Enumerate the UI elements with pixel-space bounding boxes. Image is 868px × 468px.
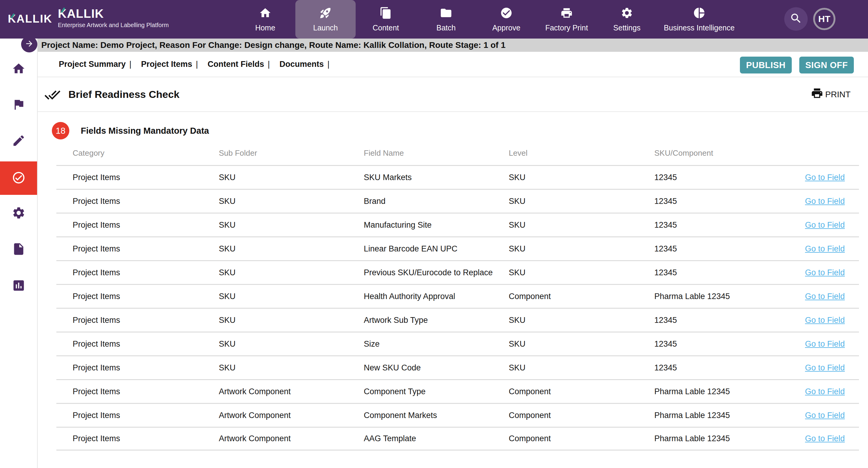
cell-level: SKU bbox=[509, 268, 654, 277]
cell-level: Component bbox=[509, 411, 654, 420]
go-to-field-link[interactable]: Go to Field bbox=[805, 244, 845, 253]
table-row: Project ItemsArtwork ComponentComponent … bbox=[56, 379, 859, 403]
publish-button[interactable]: PUBLISH bbox=[740, 57, 792, 73]
cell-level: Component bbox=[509, 292, 654, 301]
table-row: Project ItemsSKULinear Barcode EAN UPCSK… bbox=[56, 236, 859, 260]
tab-content-fields[interactable]: Content Fields| bbox=[208, 60, 270, 69]
edit-icon bbox=[12, 134, 26, 149]
table-row: Project ItemsArtwork ComponentAAG Templa… bbox=[56, 427, 859, 450]
sidebar-item-gear[interactable] bbox=[0, 197, 37, 230]
cell-category: Project Items bbox=[73, 268, 219, 277]
print-label: PRINT bbox=[825, 90, 850, 99]
nav-item-content[interactable]: Content bbox=[355, 0, 416, 38]
pie-chart-icon bbox=[693, 7, 706, 21]
nav-item-batch[interactable]: Batch bbox=[416, 0, 476, 38]
cell-sku-component: 12345 bbox=[654, 244, 805, 254]
nav-item-launch[interactable]: Launch bbox=[296, 0, 355, 38]
cell-category: Project Items bbox=[73, 244, 219, 254]
cell-category: Project Items bbox=[73, 339, 219, 349]
missing-fields-label: Fields Missing Mandatory Data bbox=[81, 126, 209, 136]
search-button[interactable] bbox=[784, 7, 808, 31]
cell-sku-component: Pharma Lable 12345 bbox=[654, 411, 805, 420]
cell-sub-folder: SKU bbox=[219, 197, 364, 206]
sidebar-item-flag[interactable] bbox=[0, 88, 37, 122]
nav-item-label: Batch bbox=[436, 24, 456, 32]
cell-sub-folder: SKU bbox=[219, 315, 364, 325]
gear-icon bbox=[621, 7, 633, 21]
sidebar-item-check-circle-outline[interactable] bbox=[0, 161, 37, 195]
main-content: Project Name: Demo Project, Reason For C… bbox=[38, 38, 868, 468]
nav-item-label: Content bbox=[373, 24, 399, 32]
bar-chart-icon bbox=[12, 278, 26, 294]
cell-field-name: Previous SKU/Eurocode to Replace bbox=[364, 268, 509, 277]
sidebar-item-edit[interactable] bbox=[0, 124, 37, 158]
cell-sku-component: 12345 bbox=[654, 173, 805, 182]
home-icon bbox=[12, 62, 26, 77]
print-button[interactable]: PRINT bbox=[811, 87, 850, 102]
go-to-field-link[interactable]: Go to Field bbox=[805, 197, 845, 206]
flag-icon bbox=[12, 98, 26, 113]
column-header-field-name: Field Name bbox=[364, 148, 509, 158]
sign-off-button[interactable]: SIGN OFF bbox=[799, 57, 854, 73]
readiness-table: CategorySub FolderField NameLevelSKU/Com… bbox=[56, 141, 859, 450]
go-to-field-link[interactable]: Go to Field bbox=[805, 221, 845, 230]
cell-field-name: New SKU Code bbox=[364, 363, 509, 372]
cell-level: SKU bbox=[509, 339, 654, 349]
go-to-field-link[interactable]: Go to Field bbox=[805, 173, 845, 182]
cell-sub-folder: Artwork Component bbox=[219, 411, 364, 420]
sidebar-expand-button[interactable] bbox=[21, 36, 37, 53]
nav-item-approve[interactable]: Approve bbox=[476, 0, 536, 38]
avatar[interactable]: HT bbox=[813, 8, 835, 30]
nav-item-settings[interactable]: Settings bbox=[597, 0, 657, 38]
sidebar-item-home[interactable] bbox=[0, 53, 37, 86]
table-header-row: CategorySub FolderField NameLevelSKU/Com… bbox=[56, 141, 859, 165]
table-row: Project ItemsArtwork ComponentComponent … bbox=[56, 403, 859, 427]
cell-category: Project Items bbox=[73, 434, 219, 443]
arrow-right-icon bbox=[25, 39, 34, 49]
cell-sku-component: 12345 bbox=[654, 315, 805, 325]
cell-sub-folder: SKU bbox=[219, 244, 364, 254]
cell-level: Component bbox=[509, 387, 654, 396]
go-to-field-link[interactable]: Go to Field bbox=[805, 434, 845, 443]
missing-count-badge: 18 bbox=[52, 122, 69, 139]
cell-level: SKU bbox=[509, 315, 654, 325]
cell-category: Project Items bbox=[73, 292, 219, 301]
cell-field-name: Size bbox=[364, 339, 509, 349]
cell-category: Project Items bbox=[73, 315, 219, 325]
toolbar-row: Project Summary|Project Items|Content Fi… bbox=[38, 52, 868, 77]
go-to-field-link[interactable]: Go to Field bbox=[805, 268, 845, 277]
cell-field-name: SKU Markets bbox=[364, 173, 509, 182]
nav-item-home[interactable]: Home bbox=[235, 0, 296, 38]
cell-sub-folder: SKU bbox=[219, 339, 364, 349]
kallik-logo-compact: KALLIK bbox=[8, 13, 53, 25]
sidebar-item-document[interactable] bbox=[0, 233, 37, 266]
cell-category: Project Items bbox=[73, 197, 219, 206]
tab-documents[interactable]: Documents| bbox=[279, 60, 330, 69]
kallik-logo: KALLIK Enterprise Artwork and Labelling … bbox=[58, 7, 169, 29]
go-to-field-link[interactable]: Go to Field bbox=[805, 292, 845, 301]
tab-label: Documents bbox=[279, 60, 324, 69]
nav-item-label: Business Intelligence bbox=[664, 24, 735, 32]
folder-icon bbox=[440, 7, 453, 21]
go-to-field-link[interactable]: Go to Field bbox=[805, 387, 845, 396]
table-row: Project ItemsSKUPrevious SKU/Eurocode to… bbox=[56, 260, 859, 284]
go-to-field-link[interactable]: Go to Field bbox=[805, 339, 845, 348]
go-to-field-link[interactable]: Go to Field bbox=[805, 411, 845, 420]
go-to-field-link[interactable]: Go to Field bbox=[805, 315, 845, 325]
page-header: Brief Readiness Check PRINT bbox=[38, 77, 868, 112]
table-row: Project ItemsSKUNew SKU CodeSKU12345Go t… bbox=[56, 355, 859, 379]
nav-item-business-intelligence[interactable]: Business Intelligence bbox=[657, 0, 741, 38]
printer-icon bbox=[811, 87, 824, 102]
nav-item-label: Factory Print bbox=[545, 24, 588, 32]
cell-field-name: Health Authority Approval bbox=[364, 292, 509, 301]
cell-sku-component: 12345 bbox=[654, 197, 805, 206]
table-row: Project ItemsSKUSizeSKU12345Go to Field bbox=[56, 332, 859, 355]
tab-project-items[interactable]: Project Items| bbox=[141, 60, 198, 69]
tab-separator: | bbox=[327, 60, 330, 69]
cell-sku-component: 12345 bbox=[654, 339, 805, 349]
kallik-tagline: Enterprise Artwork and Labelling Platfor… bbox=[58, 22, 169, 29]
go-to-field-link[interactable]: Go to Field bbox=[805, 363, 845, 372]
sidebar-item-bar-chart[interactable] bbox=[0, 269, 37, 303]
nav-item-factory-print[interactable]: Factory Print bbox=[536, 0, 597, 38]
tab-project-summary[interactable]: Project Summary| bbox=[59, 60, 131, 69]
